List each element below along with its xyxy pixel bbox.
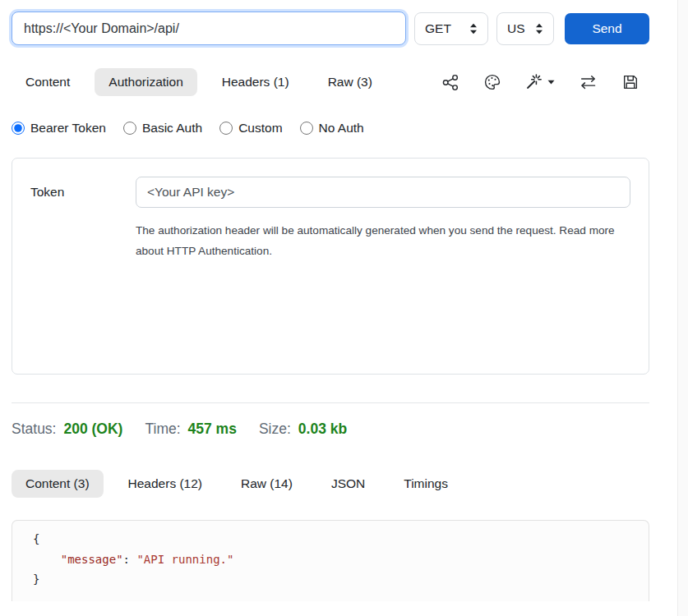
method-select-value: GET (425, 21, 451, 36)
resp-tab-raw[interactable]: Raw (14) (227, 470, 307, 498)
method-select[interactable]: GET (414, 12, 488, 45)
status-code: Status: 200 (OK) (12, 421, 122, 438)
bearer-token-panel: Token The authorization header will be a… (12, 158, 649, 375)
auth-option-bearer-token[interactable]: Bearer Token (12, 121, 106, 136)
tab-content[interactable]: Content (12, 68, 84, 96)
region-select[interactable]: US (496, 12, 554, 45)
response-status-bar: Status: 200 (OK) Time: 457 ms Size: 0.03… (12, 421, 649, 438)
status-value: 200 (OK) (63, 421, 122, 438)
basic-auth-label: Basic Auth (142, 121, 202, 136)
json-line-close: } (33, 569, 649, 590)
auth-option-no-auth[interactable]: No Auth (300, 121, 364, 136)
size-label: Size: (259, 421, 291, 438)
bearer-token-radio[interactable] (12, 122, 25, 135)
api-client-page: GET US Send Content Authorization Header… (12, 11, 649, 601)
resp-tab-headers[interactable]: Headers (12) (114, 470, 216, 498)
resp-tab-content[interactable]: Content (3) (12, 470, 104, 498)
toolbar-icons (442, 73, 649, 92)
request-tabs: Content Authorization Headers (1) Raw (3… (12, 68, 649, 96)
time-value: 457 ms (188, 421, 237, 438)
vertical-scrollbar[interactable] (677, 0, 688, 616)
json-line-open: { (33, 529, 649, 549)
json-key: "message" (61, 553, 123, 566)
tab-authorization[interactable]: Authorization (95, 68, 196, 96)
swap-icon[interactable] (579, 73, 598, 92)
auth-option-basic-auth[interactable]: Basic Auth (123, 121, 202, 136)
response-size: Size: 0.03 kb (259, 421, 347, 438)
url-input[interactable] (12, 11, 406, 45)
auth-type-options: Bearer Token Basic Auth Custom No Auth (12, 121, 649, 136)
token-label: Token (30, 185, 136, 200)
updown-arrows-icon (469, 23, 478, 34)
auth-help-text: The authorization header will be automat… (136, 220, 629, 261)
bearer-token-label: Bearer Token (30, 121, 106, 136)
beautify-icon[interactable] (525, 73, 555, 92)
tab-raw[interactable]: Raw (3) (314, 68, 386, 96)
auth-option-custom[interactable]: Custom (219, 121, 282, 136)
time-label: Time: (145, 421, 180, 438)
basic-auth-radio[interactable] (123, 122, 136, 135)
status-label: Status: (12, 421, 56, 438)
json-line-message: "message": "API running." (33, 549, 649, 570)
custom-radio[interactable] (219, 122, 233, 135)
no-auth-label: No Auth (319, 121, 364, 136)
json-value: "API running." (136, 553, 233, 566)
palette-icon[interactable] (483, 73, 501, 91)
resp-tab-json[interactable]: JSON (317, 470, 379, 498)
share-icon[interactable] (442, 74, 459, 91)
token-row: Token (30, 177, 630, 208)
region-select-value: US (507, 21, 525, 36)
request-bar: GET US Send (12, 11, 649, 45)
response-time: Time: 457 ms (145, 421, 236, 438)
send-button[interactable]: Send (565, 13, 649, 44)
response-body[interactable]: { "message": "API running." } (12, 520, 649, 601)
save-icon[interactable] (621, 73, 640, 91)
custom-label: Custom (238, 121, 282, 136)
tab-headers[interactable]: Headers (1) (208, 68, 303, 96)
resp-tab-timings[interactable]: Timings (390, 470, 462, 498)
chevron-down-icon (547, 80, 555, 85)
updown-arrows-icon (535, 23, 543, 34)
section-divider (12, 402, 649, 403)
size-value: 0.03 kb (298, 421, 347, 438)
no-auth-radio[interactable] (300, 122, 313, 135)
response-tabs: Content (3) Headers (12) Raw (14) JSON T… (12, 470, 649, 498)
token-input[interactable] (136, 177, 630, 208)
